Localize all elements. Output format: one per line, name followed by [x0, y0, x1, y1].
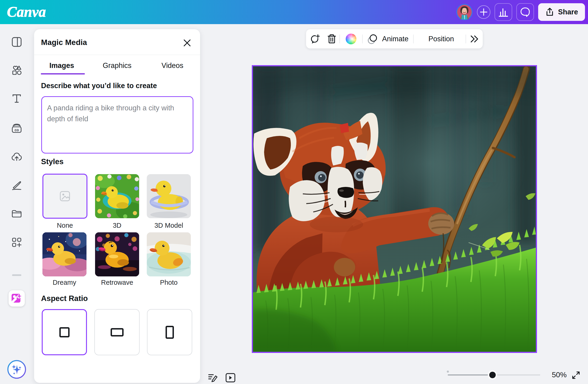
svg-text:co: co — [15, 128, 19, 132]
svg-text:Canva: Canva — [7, 4, 46, 20]
